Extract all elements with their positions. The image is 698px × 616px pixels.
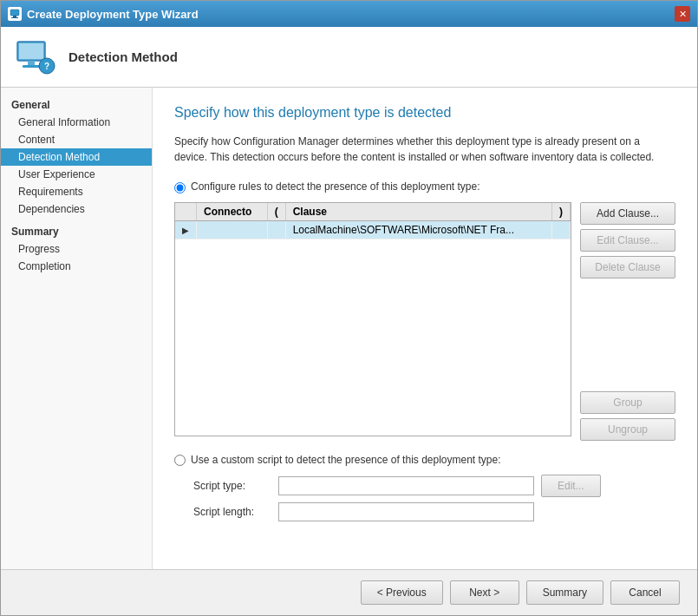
sidebar-item-completion[interactable]: Completion	[1, 258, 152, 275]
row-clause: LocalMachine\SOFTWARE\Microsoft\NET Fra.…	[285, 221, 551, 239]
sidebar-item-general-information[interactable]: General Information	[1, 114, 152, 131]
previous-button[interactable]: < Previous	[361, 580, 443, 605]
svg-rect-6	[23, 65, 40, 68]
header-title: Detection Method	[68, 49, 178, 64]
summary-button[interactable]: Summary	[526, 580, 603, 605]
cancel-button[interactable]: Cancel	[610, 580, 680, 605]
script-edit-button[interactable]: Edit...	[541, 475, 601, 497]
radio-configure-rules-label[interactable]: Configure rules to detect the presence o…	[191, 180, 480, 193]
sidebar: General General Information Content Dete…	[1, 88, 153, 569]
col-arrow	[175, 203, 197, 221]
script-fields: Script type: Edit... Script length:	[193, 475, 675, 521]
next-button[interactable]: Next >	[450, 580, 519, 605]
col-connector: Connecto	[197, 203, 268, 221]
detection-table-wrapper: Connecto ( Clause ) ▶ LocalMac	[174, 202, 571, 436]
svg-rect-5	[28, 61, 35, 65]
sidebar-item-progress[interactable]: Progress	[1, 240, 152, 258]
script-length-input[interactable]	[278, 502, 534, 521]
col-close-paren: )	[552, 203, 571, 221]
script-type-label: Script type:	[193, 480, 271, 492]
title-bar: Create Deployment Type Wizard ✕	[1, 1, 697, 27]
window-title: Create Deployment Type Wizard	[27, 8, 199, 21]
row-connector	[197, 221, 268, 239]
radio-custom-script-label[interactable]: Use a custom script to detect the presen…	[191, 454, 501, 466]
script-length-row: Script length:	[193, 502, 675, 521]
sidebar-item-user-experience[interactable]: User Experience	[1, 166, 152, 183]
page-heading: Specify how this deployment type is dete…	[174, 105, 675, 121]
svg-text:?: ?	[44, 62, 49, 71]
app-icon	[8, 7, 22, 21]
script-type-input[interactable]	[278, 476, 534, 495]
delete-clause-button[interactable]: Delete Clause	[580, 256, 675, 279]
svg-rect-0	[10, 10, 19, 16]
header-icon: ?	[14, 36, 55, 78]
radio-configure-rules: Configure rules to detect the presence o…	[174, 180, 675, 193]
description-text: Specify how Configuration Manager determ…	[174, 134, 675, 165]
detection-table: Connecto ( Clause ) ▶ LocalMac	[175, 203, 571, 239]
detection-table-container: Connecto ( Clause ) ▶ LocalMac	[174, 202, 675, 441]
script-type-row: Script type: Edit...	[193, 475, 675, 497]
radio-custom-script-row: Use a custom script to detect the presen…	[174, 454, 675, 466]
sidebar-item-content[interactable]: Content	[1, 131, 152, 148]
svg-rect-4	[19, 43, 43, 59]
close-button[interactable]: ✕	[675, 6, 690, 22]
sidebar-item-requirements[interactable]: Requirements	[1, 183, 152, 200]
footer: < Previous Next > Summary Cancel	[1, 569, 697, 615]
title-bar-left: Create Deployment Type Wizard	[8, 7, 199, 21]
edit-clause-button[interactable]: Edit Clause...	[580, 229, 675, 252]
radio-custom-script-input[interactable]	[174, 455, 186, 466]
main-window: Create Deployment Type Wizard ✕ ? Detect…	[0, 0, 698, 616]
script-section: Use a custom script to detect the presen…	[174, 454, 675, 521]
sidebar-section-summary: Summary	[1, 223, 152, 240]
add-clause-button[interactable]: Add Clause...	[580, 202, 675, 225]
sidebar-item-detection-method[interactable]: Detection Method	[1, 148, 152, 166]
ungroup-button[interactable]: Ungroup	[580, 418, 675, 441]
col-clause: Clause	[285, 203, 551, 221]
svg-rect-1	[13, 16, 16, 17]
radio-configure-rules-input[interactable]	[174, 182, 186, 193]
group-button[interactable]: Group	[580, 391, 675, 414]
content-area: Specify how this deployment type is dete…	[153, 88, 697, 569]
main-content: General General Information Content Dete…	[1, 88, 697, 569]
clause-buttons: Add Clause... Edit Clause... Delete Clau…	[580, 202, 675, 441]
row-open-paren	[267, 221, 285, 239]
row-arrow-cell: ▶	[175, 221, 197, 239]
sidebar-section-general: General	[1, 96, 152, 114]
svg-rect-2	[11, 17, 18, 18]
table-row[interactable]: ▶ LocalMachine\SOFTWARE\Microsoft\NET Fr…	[175, 221, 571, 239]
row-close-paren	[552, 221, 571, 239]
col-open-paren: (	[267, 203, 285, 221]
header-area: ? Detection Method	[1, 27, 697, 88]
sidebar-item-dependencies[interactable]: Dependencies	[1, 200, 152, 218]
script-length-label: Script length:	[193, 506, 271, 518]
